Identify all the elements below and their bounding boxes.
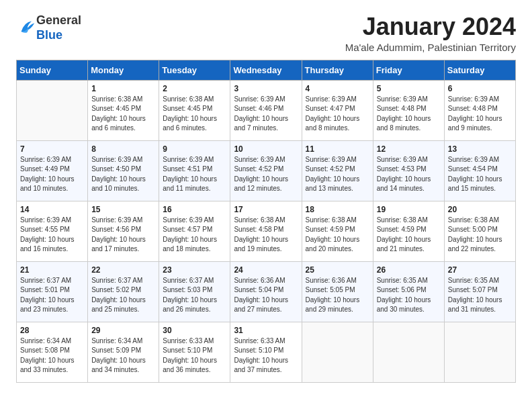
day-number: 7 — [20, 144, 84, 154]
calendar-cell: 31Sunrise: 6:33 AMSunset: 5:10 PMDayligh… — [230, 322, 302, 382]
day-info: Sunrise: 6:35 AMSunset: 5:06 PMDaylight:… — [377, 276, 441, 315]
calendar-week-5: 28Sunrise: 6:34 AMSunset: 5:08 PMDayligh… — [17, 322, 516, 382]
day-number: 5 — [377, 84, 441, 93]
day-info: Sunrise: 6:39 AMSunset: 4:52 PMDaylight:… — [306, 155, 369, 194]
calendar-cell: 26Sunrise: 6:35 AMSunset: 5:06 PMDayligh… — [373, 261, 444, 322]
day-number: 23 — [163, 265, 226, 275]
day-number: 6 — [448, 84, 512, 93]
header-tuesday: Tuesday — [159, 60, 230, 80]
header-thursday: Thursday — [302, 60, 373, 80]
day-info: Sunrise: 6:38 AMSunset: 5:00 PMDaylight:… — [448, 216, 512, 255]
day-number: 15 — [91, 205, 155, 214]
calendar-cell — [302, 322, 373, 382]
day-number: 12 — [377, 144, 441, 154]
day-number: 16 — [163, 205, 226, 214]
day-info: Sunrise: 6:37 AMSunset: 5:02 PMDaylight:… — [91, 276, 155, 315]
calendar-cell: 14Sunrise: 6:39 AMSunset: 4:55 PMDayligh… — [17, 201, 88, 261]
day-info: Sunrise: 6:33 AMSunset: 5:10 PMDaylight:… — [234, 336, 298, 375]
day-number: 17 — [234, 205, 298, 214]
calendar-cell: 10Sunrise: 6:39 AMSunset: 4:52 PMDayligh… — [230, 140, 302, 201]
header-sunday: Sunday — [17, 60, 88, 80]
calendar-cell: 5Sunrise: 6:39 AMSunset: 4:48 PMDaylight… — [373, 80, 444, 140]
calendar-cell: 8Sunrise: 6:39 AMSunset: 4:50 PMDaylight… — [88, 140, 159, 201]
day-number: 22 — [91, 265, 155, 275]
calendar-week-1: 1Sunrise: 6:38 AMSunset: 4:45 PMDaylight… — [17, 80, 516, 140]
calendar-cell: 13Sunrise: 6:39 AMSunset: 4:54 PMDayligh… — [444, 140, 515, 201]
day-number: 26 — [377, 265, 441, 275]
day-number: 3 — [234, 84, 298, 93]
day-info: Sunrise: 6:34 AMSunset: 5:09 PMDaylight:… — [91, 336, 155, 375]
day-info: Sunrise: 6:39 AMSunset: 4:48 PMDaylight:… — [448, 95, 512, 134]
calendar-cell — [373, 322, 444, 382]
day-info: Sunrise: 6:39 AMSunset: 4:51 PMDaylight:… — [163, 155, 226, 194]
calendar-cell: 19Sunrise: 6:38 AMSunset: 4:59 PMDayligh… — [373, 201, 444, 261]
calendar-cell: 20Sunrise: 6:38 AMSunset: 5:00 PMDayligh… — [444, 201, 515, 261]
day-info: Sunrise: 6:39 AMSunset: 4:46 PMDaylight:… — [234, 95, 298, 134]
header-friday: Friday — [373, 60, 444, 80]
day-info: Sunrise: 6:39 AMSunset: 4:52 PMDaylight:… — [234, 155, 298, 194]
day-info: Sunrise: 6:39 AMSunset: 4:50 PMDaylight:… — [91, 155, 155, 194]
calendar-week-2: 7Sunrise: 6:39 AMSunset: 4:49 PMDaylight… — [17, 140, 516, 201]
logo-text: General Blue — [36, 13, 81, 42]
calendar-cell: 1Sunrise: 6:38 AMSunset: 4:45 PMDaylight… — [88, 80, 159, 140]
day-number: 2 — [163, 84, 226, 93]
day-info: Sunrise: 6:39 AMSunset: 4:47 PMDaylight:… — [306, 95, 369, 134]
calendar-cell: 2Sunrise: 6:38 AMSunset: 4:45 PMDaylight… — [159, 80, 230, 140]
day-info: Sunrise: 6:37 AMSunset: 5:03 PMDaylight:… — [163, 276, 226, 315]
calendar-cell: 21Sunrise: 6:37 AMSunset: 5:01 PMDayligh… — [17, 261, 88, 322]
day-info: Sunrise: 6:39 AMSunset: 4:54 PMDaylight:… — [448, 155, 512, 194]
calendar-cell: 24Sunrise: 6:36 AMSunset: 5:04 PMDayligh… — [230, 261, 302, 322]
day-info: Sunrise: 6:39 AMSunset: 4:56 PMDaylight:… — [91, 216, 155, 255]
day-info: Sunrise: 6:38 AMSunset: 4:59 PMDaylight:… — [306, 216, 369, 255]
page-header: General Blue January 2024 Ma'ale Adummim… — [16, 13, 516, 53]
day-info: Sunrise: 6:33 AMSunset: 5:10 PMDaylight:… — [163, 336, 226, 375]
day-info: Sunrise: 6:39 AMSunset: 4:55 PMDaylight:… — [20, 216, 84, 255]
day-info: Sunrise: 6:38 AMSunset: 4:59 PMDaylight:… — [377, 216, 441, 255]
day-number: 25 — [306, 265, 369, 275]
calendar-cell: 22Sunrise: 6:37 AMSunset: 5:02 PMDayligh… — [88, 261, 159, 322]
calendar-cell: 9Sunrise: 6:39 AMSunset: 4:51 PMDaylight… — [159, 140, 230, 201]
calendar-table: SundayMondayTuesdayWednesdayThursdayFrid… — [16, 60, 516, 383]
calendar-cell: 30Sunrise: 6:33 AMSunset: 5:10 PMDayligh… — [159, 322, 230, 382]
calendar-week-3: 14Sunrise: 6:39 AMSunset: 4:55 PMDayligh… — [17, 201, 516, 261]
header-wednesday: Wednesday — [230, 60, 302, 80]
day-number: 20 — [448, 205, 512, 214]
logo-bird-icon — [17, 17, 36, 36]
calendar-week-4: 21Sunrise: 6:37 AMSunset: 5:01 PMDayligh… — [17, 261, 516, 322]
calendar-cell: 23Sunrise: 6:37 AMSunset: 5:03 PMDayligh… — [159, 261, 230, 322]
day-info: Sunrise: 6:39 AMSunset: 4:48 PMDaylight:… — [377, 95, 441, 134]
header-monday: Monday — [88, 60, 159, 80]
day-info: Sunrise: 6:37 AMSunset: 5:01 PMDaylight:… — [20, 276, 84, 315]
day-number: 1 — [91, 84, 155, 93]
day-info: Sunrise: 6:39 AMSunset: 4:53 PMDaylight:… — [377, 155, 441, 194]
calendar-cell: 25Sunrise: 6:36 AMSunset: 5:05 PMDayligh… — [302, 261, 373, 322]
day-info: Sunrise: 6:35 AMSunset: 5:07 PMDaylight:… — [448, 276, 512, 315]
calendar-cell: 3Sunrise: 6:39 AMSunset: 4:46 PMDaylight… — [230, 80, 302, 140]
calendar-cell — [17, 80, 88, 140]
day-number: 8 — [91, 144, 155, 154]
day-info: Sunrise: 6:34 AMSunset: 5:08 PMDaylight:… — [20, 336, 84, 375]
calendar-cell: 7Sunrise: 6:39 AMSunset: 4:49 PMDaylight… — [17, 140, 88, 201]
logo: General Blue — [16, 13, 81, 42]
calendar-cell: 28Sunrise: 6:34 AMSunset: 5:08 PMDayligh… — [17, 322, 88, 382]
day-info: Sunrise: 6:36 AMSunset: 5:05 PMDaylight:… — [306, 276, 369, 315]
day-info: Sunrise: 6:38 AMSunset: 4:58 PMDaylight:… — [234, 216, 298, 255]
calendar-cell: 12Sunrise: 6:39 AMSunset: 4:53 PMDayligh… — [373, 140, 444, 201]
day-number: 24 — [234, 265, 298, 275]
day-number: 21 — [20, 265, 84, 275]
day-number: 30 — [163, 326, 226, 335]
calendar-cell: 6Sunrise: 6:39 AMSunset: 4:48 PMDaylight… — [444, 80, 515, 140]
day-number: 19 — [377, 205, 441, 214]
day-info: Sunrise: 6:38 AMSunset: 4:45 PMDaylight:… — [163, 95, 226, 134]
day-number: 27 — [448, 265, 512, 275]
calendar-cell: 15Sunrise: 6:39 AMSunset: 4:56 PMDayligh… — [88, 201, 159, 261]
calendar-cell: 29Sunrise: 6:34 AMSunset: 5:09 PMDayligh… — [88, 322, 159, 382]
day-number: 18 — [306, 205, 369, 214]
calendar-header-row: SundayMondayTuesdayWednesdayThursdayFrid… — [17, 60, 516, 80]
calendar-cell: 17Sunrise: 6:38 AMSunset: 4:58 PMDayligh… — [230, 201, 302, 261]
calendar-cell: 18Sunrise: 6:38 AMSunset: 4:59 PMDayligh… — [302, 201, 373, 261]
day-number: 11 — [306, 144, 369, 154]
calendar-cell: 11Sunrise: 6:39 AMSunset: 4:52 PMDayligh… — [302, 140, 373, 201]
day-number: 9 — [163, 144, 226, 154]
day-info: Sunrise: 6:39 AMSunset: 4:49 PMDaylight:… — [20, 155, 84, 194]
